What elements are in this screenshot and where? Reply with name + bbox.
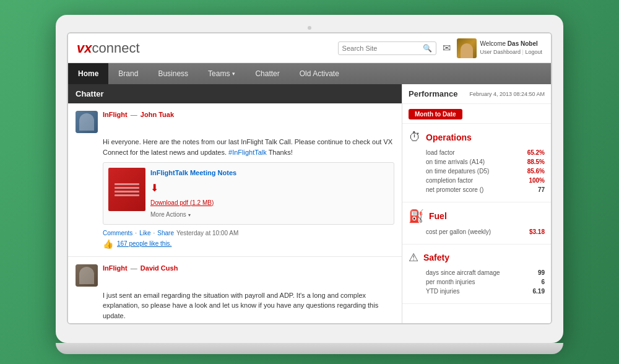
- welcome-label: Welcome: [480, 40, 506, 47]
- nav-chatter[interactable]: Chatter: [245, 63, 289, 84]
- post-1-attachment: InFlightTalk Meeting Notes ⬇ Download pd…: [103, 162, 394, 225]
- metric-aircraft-damage: days since aircraft damage 99: [409, 269, 545, 276]
- warning-icon: ⚠: [409, 251, 418, 264]
- attachment-info: InFlightTalk Meeting Notes ⬇ Download pd…: [150, 168, 389, 219]
- metric-value-departures: 85.6%: [527, 168, 545, 175]
- user-text: Welcome Das Nobel User Dashboard | Logou…: [480, 40, 542, 56]
- post-1-meta: InFlight — John Tuak: [103, 111, 174, 133]
- post-1-like-bar: 👍 167 people like this.: [103, 239, 394, 249]
- post-1-share-link[interactable]: Share: [157, 230, 174, 236]
- logout-link[interactable]: Logout: [525, 49, 542, 55]
- chatter-feed[interactable]: InFlight — John Tuak Hi everyone. Here a…: [68, 103, 402, 323]
- attachment-more-actions[interactable]: More Actions ▾: [150, 210, 389, 219]
- metric-ytd-injuries: YTD injuries 6.19: [409, 288, 545, 295]
- user-dashboard-link[interactable]: User Dashboard: [480, 49, 521, 55]
- fuel-header: ⛽ Fuel: [409, 209, 545, 223]
- post-1-timestamp: Yesterday at 10:00 AM: [176, 230, 238, 236]
- top-right-bar: 🔍 ✉ Welcome Das Nobel: [338, 38, 542, 58]
- main-content: Chatter: [68, 84, 551, 323]
- attachment-title[interactable]: InFlightTalk Meeting Notes: [150, 168, 389, 178]
- nav-brand[interactable]: Brand: [108, 63, 148, 84]
- mail-icon[interactable]: ✉: [443, 42, 451, 54]
- logo: vx connect: [77, 40, 140, 56]
- metric-label-fuel: cost per gallon (weekly): [426, 228, 491, 235]
- metric-fuel-cost: cost per gallon (weekly) $3.18: [409, 228, 545, 235]
- metric-label-load-factor: load factor: [426, 149, 455, 156]
- post-1-arrow: —: [131, 111, 139, 118]
- metric-load-factor: load factor 65.2%: [409, 149, 545, 156]
- fuel-title: Fuel: [429, 211, 447, 221]
- attachment-download-link[interactable]: Download pdf (1.2 MB): [150, 198, 389, 207]
- nav-business[interactable]: Business: [148, 63, 198, 84]
- safety-header: ⚠ Safety: [409, 251, 545, 264]
- speedometer-icon: ⏱: [409, 130, 421, 144]
- nav-teams[interactable]: Teams ▾: [198, 63, 245, 84]
- pdf-icon: ⬇: [150, 181, 389, 196]
- attachment-thumb: [108, 168, 145, 211]
- nav-old-activate[interactable]: Old Activate: [290, 63, 349, 84]
- metric-completion: completion factor 100%: [409, 177, 545, 184]
- safety-title: Safety: [423, 253, 449, 262]
- chatter-panel-header: Chatter: [68, 84, 402, 103]
- post-2-avatar-img: [76, 264, 98, 287]
- logo-connect: connect: [92, 40, 139, 56]
- post-1-author[interactable]: John Tuak: [141, 111, 174, 118]
- post-2-avatar: [76, 264, 98, 287]
- month-to-date-button[interactable]: Month to Date: [409, 109, 462, 119]
- performance-date: February 4, 2013 08:24:50 AM: [469, 91, 545, 97]
- post-1-avatar: [76, 111, 98, 133]
- chatter-title: Chatter: [76, 89, 104, 98]
- user-name: Das Nobel: [508, 40, 538, 47]
- performance-panel: Performance February 4, 2013 08:24:50 AM…: [402, 84, 551, 323]
- top-bar: vx connect 🔍 ✉ Wel: [68, 33, 551, 63]
- metric-value-arrivals: 88.5%: [527, 158, 545, 165]
- fuel-icon: ⛽: [409, 209, 424, 223]
- safety-section: ⚠ Safety days since aircraft damage 99 p…: [402, 245, 551, 304]
- metric-label-departures: on time depatures (D5): [426, 168, 489, 175]
- operations-title: Operations: [426, 132, 472, 142]
- chatter-panel: Chatter: [68, 84, 402, 323]
- nav-home[interactable]: Home: [68, 63, 108, 84]
- chatter-post-1: InFlight — John Tuak Hi everyone. Here a…: [68, 103, 402, 257]
- search-input[interactable]: [342, 45, 423, 52]
- post-1-comments-link[interactable]: Comments: [103, 230, 132, 236]
- search-icon: 🔍: [423, 44, 432, 53]
- metric-label-ytd-injuries: YTD injuries: [426, 288, 459, 295]
- search-box[interactable]: 🔍: [338, 41, 436, 55]
- performance-title: Performance: [409, 89, 457, 98]
- metric-on-time-arrivals: on time arrivals (A14) 88.5%: [409, 158, 545, 165]
- user-info: Welcome Das Nobel User Dashboard | Logou…: [457, 38, 542, 58]
- post-1-like-link[interactable]: Like: [139, 230, 150, 236]
- logo-vx: vx: [77, 40, 92, 56]
- chevron-down-icon: ▾: [232, 71, 235, 77]
- performance-filter-bar: Month to Date: [402, 104, 551, 124]
- performance-header: Performance February 4, 2013 08:24:50 AM: [402, 84, 551, 104]
- post-2-arrow: —: [131, 264, 139, 272]
- avatar: [457, 38, 477, 58]
- post-1-source: InFlight: [103, 111, 128, 118]
- metric-value-load-factor: 65.2%: [527, 149, 545, 156]
- post-2-header: InFlight — David Cush: [76, 264, 394, 287]
- post-2-author[interactable]: David Cush: [141, 264, 178, 272]
- metric-value-fuel: $3.18: [529, 228, 545, 235]
- fuel-section: ⛽ Fuel cost per gallon (weekly) $3.18: [402, 202, 551, 245]
- post-1-like-count[interactable]: 167 people like this.: [117, 240, 171, 247]
- chatter-post-2: InFlight — David Cush I just sent an ema…: [68, 257, 402, 324]
- metric-label-monthly-injuries: per month injuries: [426, 279, 475, 285]
- metric-on-time-departures: on time depatures (D5) 85.6%: [409, 168, 545, 175]
- nav-bar: Home Brand Business Teams ▾ Chatter Old …: [68, 63, 551, 84]
- metric-value-nps: 77: [538, 186, 545, 193]
- metric-label-arrivals: on time arrivals (A14): [426, 158, 485, 165]
- metric-nps: net promoter score () 77: [409, 186, 545, 193]
- metric-monthly-injuries: per month injuries 6: [409, 279, 545, 285]
- post-2-meta: InFlight — David Cush: [103, 264, 178, 287]
- chevron-down-icon: ▾: [188, 212, 191, 218]
- post-1-avatar-img: [76, 111, 98, 133]
- metric-label-nps: net promoter score (): [426, 186, 483, 193]
- metric-label-aircraft-damage: days since aircraft damage: [426, 269, 500, 276]
- metric-label-completion: completion factor: [426, 177, 473, 184]
- post-1-hashtag[interactable]: #InFlightTalk: [228, 149, 267, 156]
- metric-value-monthly-injuries: 6: [541, 279, 545, 285]
- metric-value-completion: 100%: [529, 177, 545, 184]
- post-2-source: InFlight: [103, 264, 128, 272]
